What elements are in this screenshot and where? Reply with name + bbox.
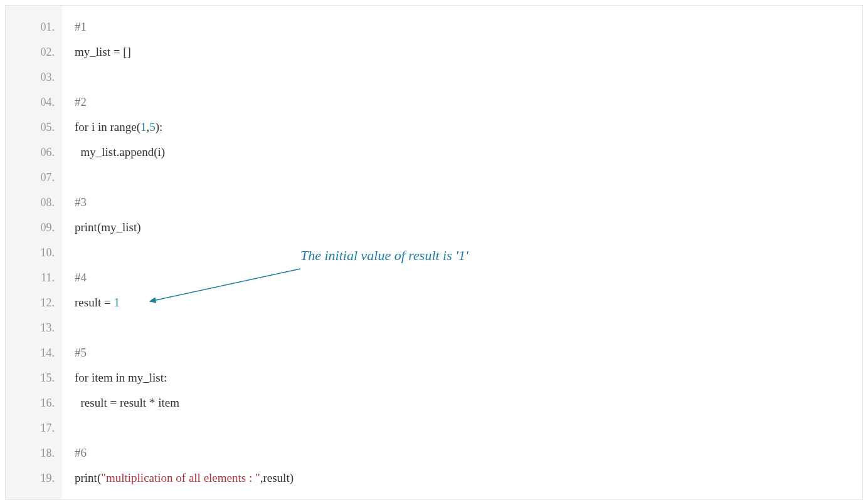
- line-number: 16.: [6, 390, 62, 415]
- line-number: 11.: [6, 265, 62, 290]
- line-number-gutter: 01.02.03.04.05.06.07.08.09.10.11.12.13.1…: [6, 6, 62, 499]
- line-number: 14.: [6, 340, 62, 365]
- line-number: 07.: [6, 165, 62, 190]
- code-token-number: 1: [114, 296, 120, 309]
- code-token-ident: print(: [75, 471, 101, 484]
- code-token-comment: #2: [75, 95, 87, 108]
- code-line: result = result * item: [75, 390, 862, 415]
- code-token-ident: ,result): [260, 471, 294, 484]
- code-line: [75, 240, 862, 265]
- code-token-comment: #3: [75, 195, 87, 209]
- code-line: #5: [75, 340, 862, 365]
- line-number: 15.: [6, 365, 62, 390]
- line-number: 17.: [6, 415, 62, 440]
- line-number: 02.: [6, 39, 62, 65]
- code-line: #4: [75, 265, 862, 290]
- code-token-comment: #6: [75, 446, 87, 459]
- code-token-ident: result =: [75, 296, 114, 309]
- code-token-ident: result = result * item: [75, 396, 179, 409]
- code-token-ident: print(my_list): [75, 221, 141, 234]
- code-line: for item in my_list:: [75, 365, 862, 390]
- code-line: print(my_list): [75, 215, 862, 240]
- code-token-ident: for i in range(: [75, 120, 140, 133]
- line-number: 04.: [6, 90, 62, 115]
- line-number: 13.: [6, 315, 62, 340]
- line-number: 19.: [6, 466, 62, 491]
- code-token-ident: my_list = []: [75, 45, 131, 58]
- line-number: 01.: [6, 14, 62, 39]
- code-token-comment: #1: [75, 20, 87, 33]
- code-line: my_list = []: [75, 39, 862, 65]
- code-line: #1: [75, 14, 862, 39]
- code-token-comment: #4: [75, 271, 87, 284]
- line-number: 09.: [6, 215, 62, 240]
- code-area: The initial value of result is '1' #1my_…: [62, 6, 862, 499]
- code-token-ident: for item in my_list:: [75, 371, 167, 384]
- code-line: for i in range(1,5):: [75, 115, 862, 140]
- code-token-number: 5: [149, 120, 156, 133]
- code-line: print("multiplication of all elements : …: [75, 466, 862, 491]
- line-number: 06.: [6, 140, 62, 165]
- code-token-string: "multiplication of all elements : ": [101, 471, 260, 484]
- code-line: [75, 415, 862, 440]
- line-number: 12.: [6, 290, 62, 315]
- line-number: 10.: [6, 240, 62, 265]
- code-line: #3: [75, 190, 862, 215]
- line-number: 08.: [6, 190, 62, 215]
- line-number: 18.: [6, 440, 62, 466]
- code-token-ident: ):: [156, 120, 163, 133]
- code-line: [75, 165, 862, 190]
- code-token-comment: #5: [75, 346, 87, 359]
- annotation-text: The initial value of result is '1': [300, 247, 468, 264]
- code-line: my_list.append(i): [75, 140, 862, 165]
- code-line: #6: [75, 440, 862, 466]
- code-line: [75, 315, 862, 340]
- line-number: 05.: [6, 115, 62, 140]
- code-line: [75, 65, 862, 90]
- code-block: 01.02.03.04.05.06.07.08.09.10.11.12.13.1…: [5, 5, 863, 500]
- line-number: 03.: [6, 65, 62, 90]
- code-line: result = 1: [75, 290, 862, 315]
- code-token-ident: my_list.append(i): [75, 145, 165, 159]
- code-line: #2: [75, 90, 862, 115]
